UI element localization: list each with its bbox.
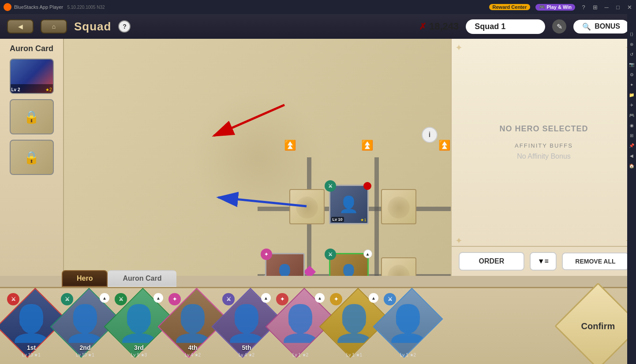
tray-level-3: Lv 9 ★3 <box>115 353 163 357</box>
tray-hero-4[interactable]: 👤 ✦ 4th Lv 4 ★2 <box>168 293 217 359</box>
tray-level-8: Lv 1 ★2 <box>384 353 432 357</box>
restore-btn[interactable]: □ <box>615 4 621 10</box>
currency-value: 18,243 <box>429 21 459 32</box>
tray-badge-7: ✦ <box>330 293 342 305</box>
tray-up-5: ▲ <box>261 293 271 303</box>
tray-level-1: Lv 10 ★1 <box>7 353 56 357</box>
right-panel-body: NO HERO SELECTED AFFINITY BUFFS No Affin… <box>452 39 636 246</box>
minimize-btn[interactable]: ─ <box>603 4 610 10</box>
lock-icon-2: 🔒 <box>24 150 39 165</box>
badge-teal-1-1: ⚔ <box>325 249 336 260</box>
left-sidebar: Auron Card Lv 2 ★2 🔒 🔒 <box>0 39 64 276</box>
tray-up-3: ▲ <box>153 293 163 303</box>
tray-badge-8: ⚔ <box>384 293 396 305</box>
sidebar-icons: ⟨⟩ ⊕ ↺ 📷 ⚙ ✦ 📁 ✈ 🎮 ◉ ⊞ 📌 ◀ 🏠 <box>627 14 636 364</box>
sidebar-icon-9[interactable]: ◉ <box>630 123 634 128</box>
center-area: ⏫ ⏫ ⏫ <box>64 39 451 276</box>
tray-level-6: Lv 1 ★2 <box>276 353 325 357</box>
info-button[interactable]: i <box>422 127 438 143</box>
tray-up-6: ▲ <box>315 293 325 303</box>
right-panel: ✦ ✦ ✦ ✦ NO HERO SELECTED AFFINITY BUFFS … <box>451 39 636 276</box>
badge-up-1-1: ▲ <box>363 249 372 258</box>
filter-icon: ▼≡ <box>538 257 549 265</box>
app-name: BlueStacks App Player 5.10.220.1005 N32 <box>14 4 489 10</box>
tab-hero[interactable]: Hero <box>62 270 108 287</box>
back-button[interactable]: ◀ <box>7 19 34 33</box>
sidebar-icon-1[interactable]: ⊕ <box>630 42 633 47</box>
currency-icon: ✗ <box>419 21 426 32</box>
tray-badge-1: ⚔ <box>7 293 19 305</box>
tray-level-7: Lv 1 ★1 <box>330 353 378 357</box>
sidebar-icon-4[interactable]: ⚙ <box>630 72 634 77</box>
grid-cell-0-2[interactable] <box>381 189 416 224</box>
hero-star-badge: ★2 <box>45 87 52 92</box>
tray-level-2: Lv 10 ★1 <box>61 353 109 357</box>
tab-auron[interactable]: Auron Card <box>108 270 176 287</box>
tray-rank-5: 5th <box>242 344 251 351</box>
edit-squad-button[interactable]: ✎ <box>552 19 566 33</box>
badge-teal-0-1: ⚔ <box>325 180 336 192</box>
reward-center-badge[interactable]: Reward Center <box>489 4 531 10</box>
top-nav: ◀ ⌂ Squad ? ✗ 18,243 Squad 1 ✎ 🔍 BONUS <box>0 14 636 39</box>
sidebar-icon-11[interactable]: 📌 <box>629 143 634 148</box>
squad-selector[interactable]: Squad 1 <box>466 19 545 34</box>
tray-up-2: ▲ <box>100 293 109 303</box>
sidebar-icon-2[interactable]: ↺ <box>630 52 633 57</box>
up-arrow-left: ⏫ <box>284 140 296 151</box>
sidebar-title: Auron Card <box>10 44 53 53</box>
sidebar-icon-10[interactable]: ⊞ <box>630 133 633 138</box>
tray-badge-3: ⚔ <box>115 293 127 305</box>
app-area: ◀ ⌂ Squad ? ✗ 18,243 Squad 1 ✎ 🔍 BONUS A… <box>0 14 636 364</box>
locked-card-2[interactable]: 🔒 <box>10 140 54 175</box>
tray-hero-5[interactable]: 👤 ⚔ ▲ 5th Lv 4 ★2 <box>222 293 271 359</box>
bottom-tray: 👤 ⚔ 1st Lv 10 ★1 👤 ⚔ ▲ 2nd Lv 10 ★1 👤 ⚔ … <box>0 287 636 364</box>
tray-up-7: ▲ <box>369 293 378 303</box>
close-btn[interactable]: ✕ <box>626 4 632 10</box>
tray-badge-2: ⚔ <box>61 293 73 305</box>
title-bar-right: Reward Center 🎮 Play & Win ? ⊞ ─ □ ✕ <box>489 4 632 11</box>
sidebar-icon-6[interactable]: 📁 <box>629 93 634 97</box>
tray-level-4: Lv 4 ★2 <box>168 353 217 357</box>
tray-hero-6[interactable]: 👤 ✦ ▲ Lv 1 ★2 <box>276 293 325 359</box>
tray-hero-8[interactable]: 👤 ⚔ Lv 1 ★2 <box>384 293 432 359</box>
locked-card-1[interactable]: 🔒 <box>10 99 54 134</box>
back-icon: ◀ <box>18 23 23 30</box>
sidebar-icon-12[interactable]: ◀ <box>630 153 633 158</box>
sidebar-icon-3[interactable]: 📷 <box>629 62 634 67</box>
auron-card-hero[interactable]: Lv 2 ★2 <box>10 59 54 94</box>
sidebar-expand-icon[interactable]: ⟨⟩ <box>630 32 633 37</box>
sidebar-icon-7[interactable]: ✈ <box>630 103 633 108</box>
settings-icon[interactable]: ⊞ <box>592 4 598 10</box>
grid-cell-0-0[interactable] <box>289 189 325 224</box>
up-arrow-right: ⏫ <box>438 140 450 151</box>
tray-hero-7[interactable]: 👤 ✦ ▲ Lv 1 ★1 <box>330 293 378 359</box>
bonus-button[interactable]: 🔍 BONUS <box>573 20 629 33</box>
sidebar-icon-8[interactable]: 🎮 <box>629 113 634 118</box>
confirm-container: Confirm <box>567 295 629 357</box>
sidebar-icon-5[interactable]: ✦ <box>630 82 633 87</box>
confirm-button[interactable]: Confirm <box>554 282 636 364</box>
badge-red-0-1 <box>363 182 371 190</box>
tray-hero-3[interactable]: 👤 ⚔ ▲ 3rd Lv 9 ★3 <box>115 293 163 359</box>
tray-badge-5: ⚔ <box>222 293 235 305</box>
app-logo <box>4 3 11 11</box>
lock-icon-1: 🔒 <box>24 110 39 124</box>
bottom-tabs: Hero Auron Card <box>0 267 636 287</box>
search-icon: 🔍 <box>582 22 591 31</box>
help-button[interactable]: ? <box>118 20 131 33</box>
help-btn[interactable]: ? <box>580 4 587 10</box>
tray-rank-2: 2nd <box>80 344 91 351</box>
badge-pink-1-0: ✦ <box>261 249 272 260</box>
hero-slot-0-1[interactable]: 👤 Lv 10 ★1 ⚔ <box>329 185 369 224</box>
affinity-section: AFFINITY BUFFS No Affinity Bonus <box>460 142 627 160</box>
tray-level-5: Lv 4 ★2 <box>222 353 271 357</box>
sidebar-icon-13[interactable]: 🏠 <box>629 163 634 168</box>
up-arrow-middle: ⏫ <box>361 140 373 151</box>
tray-hero-2[interactable]: 👤 ⚔ ▲ 2nd Lv 10 ★1 <box>61 293 109 359</box>
tray-badge-4: ✦ <box>168 293 181 305</box>
hero-level-badge: Lv 2 <box>11 87 20 92</box>
play-win-badge[interactable]: 🎮 Play & Win <box>535 4 575 11</box>
confirm-label: Confirm <box>581 321 615 331</box>
home-button[interactable]: ⌂ <box>41 19 67 33</box>
tray-hero-1[interactable]: 👤 ⚔ 1st Lv 10 ★1 <box>7 293 56 359</box>
